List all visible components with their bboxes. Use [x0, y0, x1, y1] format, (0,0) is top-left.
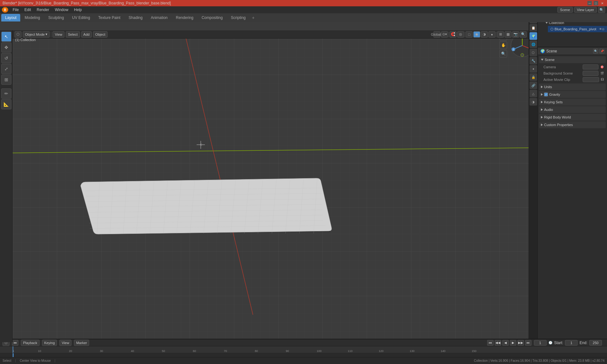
tool-transform[interactable]: ⊞: [1, 75, 11, 85]
view-menu[interactable]: View: [52, 31, 64, 38]
timeline-mode-btn[interactable]: ⏮: [12, 340, 18, 346]
prop-tab-modifier[interactable]: 🔧: [530, 57, 537, 64]
object-menu[interactable]: Object: [93, 31, 107, 38]
prop-tab-constraints[interactable]: 🔗: [530, 82, 537, 89]
close-button[interactable]: ✕: [600, 1, 604, 5]
props-pin[interactable]: 📌: [599, 49, 604, 54]
section-scene-label: Scene: [545, 58, 555, 62]
tab-shading[interactable]: Shading: [125, 14, 146, 21]
tool-rotate[interactable]: ↺: [1, 53, 11, 63]
marker-menu[interactable]: Marker: [74, 340, 89, 346]
svg-line-13: [110, 182, 113, 234]
play-btn[interactable]: ▶: [510, 340, 516, 346]
minimize-button[interactable]: ─: [587, 1, 592, 5]
menu-file[interactable]: File: [10, 7, 21, 13]
tool-select[interactable]: ↖: [1, 32, 11, 42]
shading-solid[interactable]: ◉: [473, 31, 480, 38]
prop-tab-physics[interactable]: 🔒: [530, 73, 537, 81]
prop-tab-view[interactable]: 📋: [530, 24, 537, 32]
section-custom-props[interactable]: Custom Properties: [539, 121, 606, 128]
search-button[interactable]: 🔍: [598, 7, 605, 13]
menu-window[interactable]: Window: [52, 7, 71, 13]
tab-rendering[interactable]: Rendering: [172, 14, 197, 21]
camera-dropper[interactable]: 🎯: [600, 65, 604, 69]
gravity-checkbox[interactable]: [544, 93, 548, 96]
prop-tab-world[interactable]: 🌐: [530, 40, 537, 48]
menu-render[interactable]: Render: [34, 7, 52, 13]
section-gravity[interactable]: Gravity: [539, 91, 606, 98]
scene-dropdown[interactable]: Scene: [557, 7, 573, 13]
shading-material[interactable]: ◑: [481, 31, 488, 38]
zoom-btn[interactable]: 🔍: [500, 50, 507, 58]
section-keying-sets[interactable]: Keying Sets: [539, 99, 606, 106]
proportional-btn[interactable]: ◎: [457, 31, 464, 38]
tab-uv-editing[interactable]: UV Editing: [68, 14, 94, 21]
section-units[interactable]: Units: [539, 83, 606, 90]
camera-btn[interactable]: 📷: [512, 31, 519, 38]
tool-move[interactable]: ✥: [1, 42, 11, 52]
main-viewport[interactable]: User Perspective (Local) (1) Collection …: [13, 30, 537, 339]
jump-end-btn[interactable]: ⏭: [525, 340, 531, 346]
tab-modeling[interactable]: Modeling: [21, 14, 44, 21]
camera-value[interactable]: [583, 64, 598, 70]
outliner-object[interactable]: ⬡ Blue_Boarding_Pass_pivot 👁 ◎: [548, 26, 607, 32]
movie-clip-value[interactable]: [583, 77, 599, 82]
section-audio[interactable]: Audio: [539, 106, 606, 113]
select-menu[interactable]: Select: [66, 31, 80, 38]
timeline-ruler[interactable]: 1 10 20 30 40 50 60 70 80 90 100 110 120…: [0, 346, 607, 353]
global-orientation[interactable]: Global ▾: [433, 31, 440, 38]
tab-scripting[interactable]: Scripting: [227, 14, 249, 21]
view-menu-tl[interactable]: View: [59, 340, 71, 346]
shading-render[interactable]: ●: [488, 31, 495, 38]
bg-scene-value[interactable]: [583, 71, 598, 76]
prev-frame-btn[interactable]: ◀: [502, 340, 509, 346]
bg-scene-dropper[interactable]: 🎬: [600, 72, 604, 75]
maximize-button[interactable]: □: [594, 1, 598, 5]
props-search[interactable]: 🔍: [593, 49, 598, 54]
section-scene[interactable]: Scene: [539, 56, 606, 63]
active-movie-clip-row[interactable]: Active Movie Clip 🎞: [542, 76, 606, 83]
tab-sculpting[interactable]: Sculpting: [45, 14, 68, 21]
next-frame-btn[interactable]: ▶▶: [518, 340, 524, 346]
xray-btn[interactable]: ▦: [505, 31, 512, 38]
blender-logo[interactable]: B: [2, 7, 8, 13]
tab-texture-paint[interactable]: Texture Paint: [95, 14, 124, 21]
movie-dropper[interactable]: 🎞: [601, 78, 604, 81]
frame-start-field[interactable]: 1: [565, 340, 578, 346]
tab-animation[interactable]: Animation: [147, 14, 171, 21]
tab-layout[interactable]: Layout: [1, 14, 20, 21]
viewport-editor-type[interactable]: ⬡: [15, 31, 21, 38]
object-mode-dropdown[interactable]: Object Mode ▾: [23, 31, 50, 38]
shading-wire[interactable]: □: [466, 31, 473, 38]
section-rigid-body[interactable]: Rigid Body World: [539, 114, 606, 121]
pivot-btn[interactable]: ⊙▾: [441, 31, 448, 38]
prop-tab-material[interactable]: ◑: [530, 98, 537, 106]
prop-tab-particles[interactable]: ✦: [530, 65, 537, 73]
visibility-icon[interactable]: 👁: [599, 27, 602, 31]
add-tab-button[interactable]: +: [250, 15, 256, 21]
overlay-btn[interactable]: ⊞: [497, 31, 504, 38]
tool-annotate[interactable]: ✏: [1, 88, 11, 99]
search-viewport[interactable]: 🔍: [520, 31, 527, 38]
hand-view-btn[interactable]: ✋: [500, 41, 507, 49]
prev-keyframe-btn[interactable]: ◀◀: [495, 340, 501, 346]
current-frame-field[interactable]: 1: [534, 340, 547, 346]
background-scene-row[interactable]: Background Scene 🎬: [542, 70, 606, 76]
menu-edit[interactable]: Edit: [22, 7, 34, 13]
tool-measure[interactable]: 📐: [1, 99, 11, 109]
jump-start-btn[interactable]: ⏮: [487, 340, 494, 346]
keying-menu[interactable]: Keying: [42, 340, 57, 346]
prop-tab-scene[interactable]: 🌍: [530, 32, 537, 40]
camera-vis-icon[interactable]: ◎: [602, 27, 604, 31]
prop-tab-object[interactable]: ⬡: [530, 49, 537, 56]
snap-btn[interactable]: 🧲: [450, 31, 457, 38]
frame-end-field[interactable]: 250: [589, 340, 602, 346]
prop-tab-data[interactable]: △: [530, 90, 537, 97]
tab-compositing[interactable]: Compositing: [198, 14, 227, 21]
add-menu[interactable]: Add: [81, 31, 92, 38]
playback-menu[interactable]: Playback: [21, 340, 40, 346]
camera-row[interactable]: Camera 🎯: [542, 64, 606, 70]
view-layer-dropdown[interactable]: View Layer: [574, 7, 597, 13]
menu-help[interactable]: Help: [71, 7, 84, 13]
tool-scale[interactable]: ⤢: [1, 64, 11, 74]
